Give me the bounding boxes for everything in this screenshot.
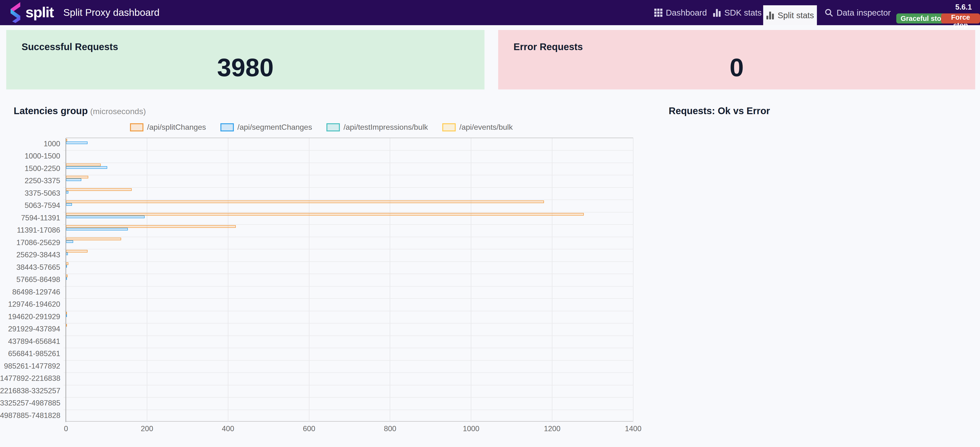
- legend-swatch: [326, 123, 340, 131]
- nav-item-dashboard[interactable]: Dashboard: [654, 0, 707, 25]
- grid-icon: [654, 9, 662, 17]
- vertical-gridline: [552, 138, 552, 422]
- horizontal-gridline: [64, 311, 633, 311]
- legend-item[interactable]: /api/testImpressions/bulk: [326, 123, 428, 132]
- bar-/api/segmentChanges: [66, 166, 107, 169]
- y-axis-label: 194620-291929: [0, 310, 60, 323]
- legend-item[interactable]: /api/segmentChanges: [220, 123, 312, 132]
- x-axis-label: 1000: [463, 425, 479, 433]
- horizontal-gridline: [64, 410, 633, 410]
- error-requests-value: 0: [498, 53, 975, 82]
- bar-/api/segmentChanges: [66, 142, 88, 144]
- y-axis-label: 11391-17086: [0, 224, 60, 236]
- y-axis-label: 1000-1500: [0, 150, 60, 162]
- y-axis-label: 1000: [0, 138, 60, 150]
- bar-/api/splitChanges: [66, 188, 132, 191]
- legend-label: /api/splitChanges: [147, 123, 206, 132]
- bar-/api/splitChanges: [66, 238, 121, 240]
- nav-label: SDK stats: [724, 8, 762, 17]
- vertical-gridline: [633, 138, 633, 422]
- x-axis-label: 600: [303, 425, 315, 433]
- successful-requests-card: Successful Requests 3980: [6, 30, 484, 89]
- card-title: Successful Requests: [22, 41, 118, 52]
- x-axis-label: 1400: [625, 425, 641, 433]
- legend-item[interactable]: /api/events/bulk: [442, 123, 512, 132]
- latency-title-text: Latencies group: [14, 105, 88, 116]
- horizontal-gridline: [64, 237, 633, 237]
- bar-/api/splitChanges: [66, 176, 88, 178]
- bar-/api/segmentChanges: [66, 191, 68, 194]
- x-axis-label: 1200: [544, 425, 560, 433]
- force-stop-button[interactable]: Force stop: [941, 13, 980, 24]
- horizontal-gridline: [64, 224, 633, 225]
- legend-label: /api/testImpressions/bulk: [344, 123, 428, 132]
- legend-label: /api/events/bulk: [459, 123, 512, 132]
- latency-title-unit: (microseconds): [90, 107, 146, 116]
- horizontal-gridline: [64, 212, 633, 213]
- page-title: Split Proxy dashboard: [63, 0, 159, 25]
- y-axis-label: 985261-1477892: [0, 360, 60, 372]
- horizontal-gridline: [64, 372, 633, 373]
- app-header: split Split Proxy dashboard Dashboard SD…: [0, 0, 980, 25]
- nav-label: Data inspector: [837, 8, 891, 17]
- bar-/api/splitChanges: [66, 200, 544, 203]
- nav-label: Dashboard: [666, 8, 707, 17]
- latency-chart-title: Latencies group(microseconds): [14, 105, 146, 116]
- vertical-gridline: [309, 138, 309, 422]
- nav-item-data-inspector[interactable]: Data inspector: [824, 0, 891, 25]
- horizontal-gridline: [64, 274, 633, 274]
- y-axis-label: 3375-5063: [0, 187, 60, 199]
- bar-/api/splitChanges: [66, 262, 68, 265]
- nav-item-split-stats-active[interactable]: Split stats: [763, 5, 817, 25]
- bar-chart-icon: [766, 11, 774, 19]
- chart-legend: /api/splitChanges/api/segmentChanges/api…: [0, 123, 643, 132]
- y-axis-line: [65, 138, 66, 422]
- nav-label: Split stats: [778, 11, 814, 20]
- requests-chart-title: Requests: Ok vs Error: [669, 105, 770, 116]
- bar-/api/segmentChanges: [66, 228, 128, 231]
- y-axis-label: 4987885-7481828: [0, 409, 60, 422]
- successful-requests-value: 3980: [6, 53, 484, 82]
- bar-/api/splitChanges: [66, 275, 68, 277]
- card-title: Error Requests: [514, 41, 583, 52]
- horizontal-gridline: [64, 397, 633, 398]
- horizontal-gridline: [64, 175, 633, 175]
- bar-/api/splitChanges: [66, 225, 236, 228]
- horizontal-gridline: [64, 261, 633, 262]
- legend-swatch: [220, 123, 234, 131]
- legend-item[interactable]: /api/splitChanges: [130, 123, 206, 132]
- y-axis-label: 86498-129746: [0, 286, 60, 298]
- vertical-gridline: [228, 138, 228, 422]
- y-axis-label: 291929-437894: [0, 323, 60, 335]
- y-axis-label: 38443-57665: [0, 261, 60, 274]
- bar-/api/splitChanges: [66, 164, 101, 166]
- bar-/api/splitChanges: [66, 213, 584, 216]
- search-icon: [824, 8, 833, 17]
- legend-swatch: [442, 123, 456, 131]
- x-axis-label: 800: [384, 425, 396, 433]
- bar-/api/segmentChanges: [66, 253, 68, 255]
- y-axis-label: 25629-38443: [0, 249, 60, 261]
- y-axis-label: 2216838-3325257: [0, 385, 60, 397]
- y-axis-label: 3325257-4987885: [0, 397, 60, 409]
- bar-/api/splitChanges: [66, 250, 88, 253]
- vertical-gridline: [471, 138, 471, 422]
- bar-/api/segmentChanges: [66, 216, 145, 218]
- horizontal-gridline: [64, 298, 633, 299]
- horizontal-gridline: [64, 286, 633, 286]
- y-axis-label: 5063-7594: [0, 199, 60, 212]
- nav-item-sdk-stats[interactable]: SDK stats: [713, 0, 762, 25]
- y-axis-label: 2250-3375: [0, 175, 60, 187]
- horizontal-gridline: [64, 360, 633, 361]
- legend-swatch: [130, 123, 143, 131]
- horizontal-gridline: [64, 150, 633, 151]
- x-axis-label: 0: [64, 425, 68, 433]
- horizontal-gridline: [64, 162, 633, 163]
- vertical-gridline: [147, 138, 147, 422]
- horizontal-gridline: [64, 385, 633, 385]
- version-label: 5.6.1: [955, 3, 972, 11]
- legend-label: /api/segmentChanges: [237, 123, 312, 132]
- x-axis-label: 400: [222, 425, 234, 433]
- y-axis-label: 1477892-2216838: [0, 372, 60, 384]
- bar-/api/segmentChanges: [66, 240, 73, 243]
